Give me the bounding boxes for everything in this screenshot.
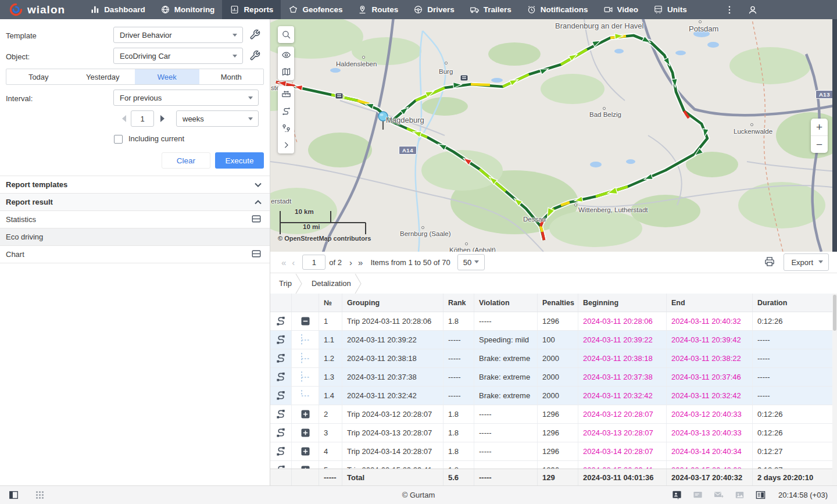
table-row[interactable]: 2Trip 2024-03-12 20:28:071.8-----1296202… xyxy=(270,405,837,424)
collapse-button[interactable] xyxy=(292,312,319,330)
table-scrollbar[interactable] xyxy=(832,294,837,485)
user-icon[interactable] xyxy=(747,5,758,15)
nav-item-video[interactable]: Video xyxy=(596,0,646,19)
show-track-icon[interactable] xyxy=(270,461,292,469)
period-tab-month[interactable]: Month xyxy=(199,69,264,84)
duration-cell: ----- xyxy=(753,387,837,405)
column-header xyxy=(270,294,292,312)
table-tab-trip[interactable]: Trip xyxy=(270,279,295,288)
units-icon xyxy=(653,5,663,15)
show-track-icon[interactable] xyxy=(270,405,292,423)
nav-item-units[interactable]: Units xyxy=(646,0,695,19)
period-tab-yesterday[interactable]: Yesterday xyxy=(71,69,135,84)
result-item-statistics[interactable]: Statistics xyxy=(0,210,270,228)
increment-arrow[interactable] xyxy=(160,115,164,122)
map-source-icon[interactable] xyxy=(278,63,294,80)
table-row[interactable]: 3Trip 2024-03-13 20:28:071.8-----1296202… xyxy=(270,424,837,442)
chevron-down-icon xyxy=(233,34,237,37)
show-track-icon[interactable] xyxy=(270,424,292,442)
chevron-right-icon[interactable] xyxy=(278,137,294,153)
decrement-arrow[interactable] xyxy=(122,115,126,122)
prev-page-button[interactable]: ‹ xyxy=(289,258,298,267)
print-icon[interactable] xyxy=(764,256,775,269)
template-select[interactable]: Driver Behavior xyxy=(113,27,243,43)
report-result-title: Report result xyxy=(6,198,53,206)
zoom-in-button[interactable]: + xyxy=(811,119,828,136)
expand-button[interactable] xyxy=(292,461,319,469)
visibility-eye-icon[interactable] xyxy=(278,47,294,63)
rank-cell: 1.8 xyxy=(443,424,474,442)
search-icon[interactable] xyxy=(278,26,294,43)
nav-item-drivers[interactable]: Drivers xyxy=(406,0,462,19)
report-templates-title: Report templates xyxy=(6,180,67,189)
nav-item-routes[interactable]: Routes xyxy=(350,0,406,19)
first-page-button[interactable]: « xyxy=(278,258,289,267)
nav-item-dashboard[interactable]: Dashboard xyxy=(83,0,153,19)
period-tab-today[interactable]: Today xyxy=(6,69,71,84)
interval-unit-select[interactable]: weeks xyxy=(176,110,259,127)
result-item-chart[interactable]: Chart xyxy=(0,245,270,263)
nav-item-label: Routes xyxy=(371,5,398,14)
table-row[interactable]: 5Trip 2024-03-15 20:29:411.8-----1296202… xyxy=(270,461,837,469)
scrollbar-thumb[interactable] xyxy=(833,295,836,331)
show-track-icon[interactable] xyxy=(270,368,292,386)
violation-cell: ----- xyxy=(474,442,538,460)
page-size-select[interactable]: 50 xyxy=(457,254,485,270)
wialon-logo[interactable]: wialon xyxy=(0,3,83,16)
object-label: Object: xyxy=(6,51,30,63)
nav-item-notifications[interactable]: Notifications xyxy=(519,0,596,19)
kebab-menu-icon[interactable] xyxy=(724,5,735,15)
next-page-button[interactable]: › xyxy=(346,258,355,267)
table-view-icon[interactable] xyxy=(251,249,262,260)
interval-count-input[interactable] xyxy=(131,110,154,127)
show-track-icon[interactable] xyxy=(270,442,292,460)
table-row[interactable]: 1Trip 2024-03-11 20:28:061.8-----1296202… xyxy=(270,312,837,331)
map-place-label: Köthen (Anhalt) xyxy=(449,246,496,252)
markers-pair-icon[interactable] xyxy=(278,120,294,137)
result-item-eco-driving[interactable]: Eco driving xyxy=(0,228,270,245)
including-current-checkbox[interactable] xyxy=(114,135,123,144)
total-end: 2024-03-17 20:40:32 xyxy=(667,469,753,485)
report-result-section[interactable]: Report result xyxy=(0,193,270,210)
execute-button[interactable]: Execute xyxy=(215,152,264,169)
reports-icon xyxy=(230,5,239,15)
last-page-button[interactable]: » xyxy=(355,258,366,267)
zoom-out-button[interactable]: − xyxy=(811,136,828,153)
report-table-tabs: TripDetalization xyxy=(270,273,837,294)
operator-chat-icon[interactable] xyxy=(671,489,682,501)
interval-select[interactable]: For previous xyxy=(113,90,259,106)
nav-item-monitoring[interactable]: Monitoring xyxy=(153,0,223,19)
nav-item-reports[interactable]: Reports xyxy=(222,0,281,19)
page-number-input[interactable] xyxy=(302,255,326,270)
table-row[interactable]: 1.42024-03-11 20:32:42-----Brake: extrem… xyxy=(270,387,837,405)
ruler-icon[interactable] xyxy=(278,86,294,103)
billing-card-icon[interactable] xyxy=(692,489,703,501)
expand-button[interactable] xyxy=(292,424,319,442)
object-select[interactable]: EcoDriving Car xyxy=(113,48,243,64)
table-tab-detalization[interactable]: Detalization xyxy=(303,279,355,288)
table-view-icon[interactable] xyxy=(251,215,262,225)
nav-item-geofences[interactable]: Geofences xyxy=(281,0,350,19)
log-panel-icon[interactable] xyxy=(755,489,766,501)
table-row[interactable]: 1.22024-03-11 20:38:18-----Brake: extrem… xyxy=(270,349,837,368)
show-track-icon[interactable] xyxy=(270,349,292,367)
report-templates-section[interactable]: Report templates xyxy=(0,176,270,193)
nav-item-trailers[interactable]: Trailers xyxy=(462,0,519,19)
media-image-icon[interactable] xyxy=(734,489,745,501)
clear-button[interactable]: Clear xyxy=(162,152,210,169)
object-settings-wrench-icon[interactable] xyxy=(249,50,260,61)
show-track-icon[interactable] xyxy=(270,387,292,405)
expand-button[interactable] xyxy=(292,442,319,460)
import-mail-icon[interactable] xyxy=(713,489,724,501)
table-row[interactable]: 1.12024-03-11 20:39:22-----Speeding: mil… xyxy=(270,331,837,349)
template-settings-wrench-icon[interactable] xyxy=(249,29,260,40)
period-tab-week[interactable]: Week xyxy=(135,69,199,84)
table-row[interactable]: 4Trip 2024-03-14 20:28:071.8-----1296202… xyxy=(270,442,837,461)
table-row[interactable]: 1.32024-03-11 20:37:38-----Brake: extrem… xyxy=(270,368,837,387)
expand-button[interactable] xyxy=(292,405,319,423)
export-button[interactable]: Export xyxy=(784,253,829,271)
map-canvas[interactable]: Brandenburg an der HavelPotsdamHaldensle… xyxy=(270,19,837,252)
show-track-icon[interactable] xyxy=(270,331,292,349)
track-route-icon[interactable] xyxy=(278,103,294,120)
show-track-icon[interactable] xyxy=(270,312,292,330)
